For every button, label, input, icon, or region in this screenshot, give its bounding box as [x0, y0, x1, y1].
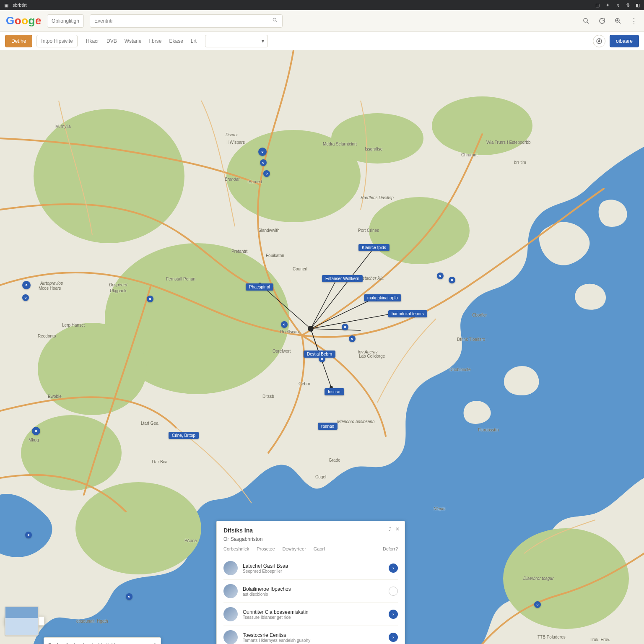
secondary-filter-button[interactable]: Intpo Hipsivite [36, 35, 77, 47]
map-pill[interactable]: Phaespir ol [246, 283, 273, 291]
map-pin[interactable] [449, 277, 455, 283]
tray-icon[interactable]: ♫ [615, 2, 621, 8]
tab-item[interactable]: Prosctee [257, 546, 275, 551]
action-button[interactable]: oibaare [610, 35, 639, 47]
svg-point-2 [584, 18, 587, 22]
tray-icon[interactable]: ⇅ [625, 2, 631, 8]
primary-filter-button[interactable]: Det.he [5, 35, 32, 47]
results-tabs: Corbeshnick Prosctee Dewbyrteer Gaorl Dc… [223, 546, 398, 554]
place-label: Ewobie [48, 394, 62, 399]
result-thumb [223, 561, 238, 575]
filter-list: Hkacr DVB Wstarie I.brse Ekase Lrt [82, 38, 201, 44]
map-pin[interactable] [534, 601, 541, 608]
more-icon[interactable]: ⋮ [630, 17, 638, 25]
tray-icon[interactable]: ✦ [605, 2, 610, 8]
map-pill[interactable]: Crine, Brttop [169, 432, 199, 439]
map-pin[interactable] [22, 281, 31, 289]
map-pin[interactable] [437, 273, 444, 279]
map-pin[interactable] [258, 148, 267, 156]
app-logo[interactable]: G o o g e [6, 14, 41, 27]
select-icon[interactable]: › [389, 610, 398, 619]
map-pin[interactable] [319, 356, 325, 362]
map-pin[interactable] [126, 593, 132, 600]
svg-point-50 [439, 275, 441, 276]
search-icon[interactable] [582, 17, 590, 25]
svg-point-49 [128, 596, 130, 597]
result-thumb [223, 584, 238, 598]
tray-icon[interactable]: ◧ [635, 2, 641, 8]
result-subtitle: Tamnrts Hklernyez eandeish gusohy [243, 638, 310, 643]
search-placeholder: Eventritr [94, 18, 113, 24]
map-pill[interactable]: makgakinal opfo [364, 294, 401, 301]
result-row[interactable]: Latechel Gasrl BsaaSeephred Eboeprilier› [223, 557, 398, 580]
map-pin[interactable] [260, 159, 267, 166]
svg-marker-9 [598, 39, 600, 42]
place-label: Dtrink Tloalfsro [457, 337, 485, 342]
map-pill[interactable]: badodnkal tepors [388, 310, 427, 317]
place-label: Fernstall Ponan [166, 277, 195, 281]
filter-item[interactable]: Wstarie [125, 38, 142, 44]
map-pin[interactable] [22, 294, 29, 301]
filter-item[interactable]: DVB [106, 38, 117, 44]
place-label: Dsercr [226, 132, 238, 137]
map-pin[interactable] [263, 170, 270, 177]
svg-point-42 [149, 298, 151, 299]
tab-item[interactable]: Corbeshnick [223, 546, 249, 551]
map-pin[interactable] [281, 321, 288, 328]
location-chip[interactable]: Oblionglitigh [47, 14, 84, 28]
select-icon[interactable]: › [389, 633, 398, 642]
filter-toolbar: Det.he Intpo Hipsivite Hkacr DVB Wstarie… [0, 32, 644, 50]
map-pin[interactable] [32, 427, 40, 435]
svg-line-3 [587, 22, 589, 23]
share-icon[interactable]: ⤴ [389, 526, 391, 532]
sort-dropdown[interactable]: ▾ [205, 35, 268, 47]
svg-point-39 [262, 151, 263, 152]
result-subtitle: Tsessure Iblanser get ride [243, 615, 309, 620]
result-title: Latechel Gasrl Bsaa [243, 563, 288, 569]
filter-item[interactable]: Ekase [169, 38, 183, 44]
tray-icon[interactable]: ▢ [595, 2, 600, 8]
compass-icon[interactable] [593, 35, 605, 47]
tab-item[interactable]: Dcforr? [383, 546, 398, 551]
tab-item[interactable]: Gaorl [314, 546, 325, 551]
result-row[interactable]: Ounntiter Cia boeseemiskstinTsessure Ibl… [223, 603, 398, 626]
select-icon[interactable]: › [389, 564, 398, 573]
close-icon[interactable]: ✕ [395, 526, 400, 532]
refresh-icon[interactable] [598, 17, 606, 25]
map-pin[interactable] [349, 335, 356, 342]
svg-point-44 [344, 326, 345, 327]
place-label: Mlenchro bnsibsanh [337, 419, 375, 424]
search-icon[interactable] [272, 17, 278, 24]
map-pin[interactable] [342, 324, 348, 330]
results-title: Ditsiks Ina [223, 527, 398, 534]
result-row[interactable]: Bolailineroe Ibpachosast disxbionio [223, 580, 398, 603]
map-pin[interactable] [147, 296, 153, 302]
results-panel[interactable]: ⤴ ✕ Ditsiks Ina Or Sasgabhriston Corbesh… [216, 521, 405, 644]
search-input[interactable]: Eventritr [90, 14, 283, 28]
panel-actions: ⤴ ✕ [389, 526, 400, 532]
svg-point-47 [35, 430, 36, 431]
map-pill[interactable]: Inscrar [325, 388, 344, 395]
place-label: Arrtopravios [40, 281, 63, 286]
place-label: Port Crines [358, 228, 379, 233]
map-canvas[interactable]: IVurnyliaDsercrIl WisparsISaruedMddra Sc… [0, 50, 644, 644]
map-pill[interactable]: raanao [318, 423, 338, 430]
svg-line-1 [276, 21, 277, 22]
place-label: TTB Poluderos [538, 635, 566, 639]
svg-point-43 [283, 324, 285, 325]
results-list: Latechel Gasrl BsaaSeephred Eboeprilier›… [223, 557, 398, 644]
place-label: Ilrok, Erov. [590, 637, 610, 642]
filter-item[interactable]: Hkacr [86, 38, 99, 44]
minimap[interactable] [5, 606, 39, 636]
svg-point-41 [266, 173, 267, 174]
radio-icon[interactable] [389, 587, 398, 596]
map-pill[interactable]: Estariser Wollkern [322, 275, 363, 282]
filter-item[interactable]: Lrt [191, 38, 197, 44]
map-pill[interactable]: Klanrce tpids [358, 244, 390, 251]
map-pin[interactable] [25, 532, 32, 538]
filter-item[interactable]: I.brse [149, 38, 161, 44]
status-text: Penbentipolors bouh ckigdiold [48, 642, 115, 644]
tab-item[interactable]: Dewbyrteer [283, 546, 306, 551]
zoom-icon[interactable] [614, 17, 622, 25]
result-row[interactable]: Toestocsrie EenitssTamnrts Hklernyez ean… [223, 626, 398, 644]
